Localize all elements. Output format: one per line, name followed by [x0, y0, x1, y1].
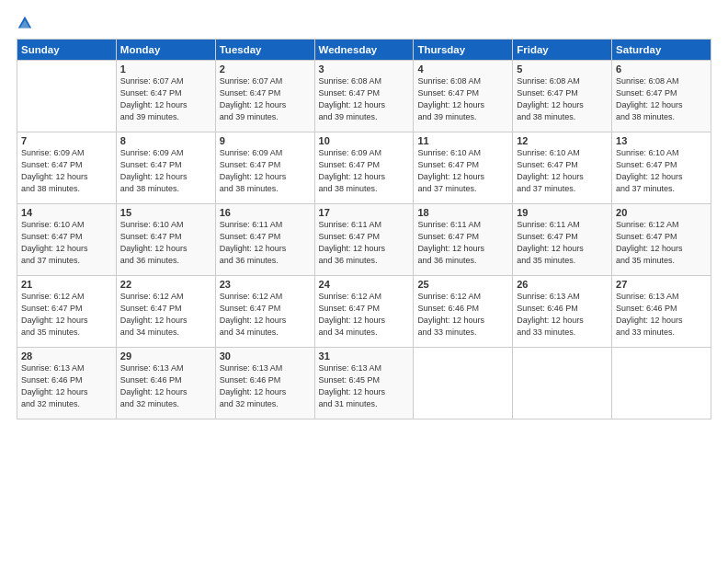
day-info: Sunrise: 6:12 AM Sunset: 6:47 PM Dayligh…: [616, 219, 707, 267]
day-number: 14: [21, 207, 112, 218]
day-number: 24: [319, 279, 410, 290]
day-header-thursday: Thursday: [414, 40, 513, 61]
day-number: 26: [517, 279, 608, 290]
day-number: 4: [417, 63, 508, 75]
day-info: Sunrise: 6:08 AM Sunset: 6:47 PM Dayligh…: [616, 75, 707, 123]
day-info: Sunrise: 6:12 AM Sunset: 6:47 PM Dayligh…: [220, 291, 311, 339]
day-info: Sunrise: 6:13 AM Sunset: 6:46 PM Dayligh…: [616, 291, 707, 339]
day-number: 1: [120, 63, 211, 75]
day-info: Sunrise: 6:11 AM Sunset: 6:47 PM Dayligh…: [319, 219, 410, 267]
day-number: 13: [616, 135, 707, 146]
calendar-cell: 4Sunrise: 6:08 AM Sunset: 6:47 PM Daylig…: [414, 61, 513, 132]
calendar-cell: 12Sunrise: 6:10 AM Sunset: 6:47 PM Dayli…: [513, 132, 612, 204]
calendar-week-2: 7Sunrise: 6:09 AM Sunset: 6:47 PM Daylig…: [17, 132, 711, 204]
day-info: Sunrise: 6:13 AM Sunset: 6:46 PM Dayligh…: [220, 362, 311, 410]
calendar-cell: 19Sunrise: 6:11 AM Sunset: 6:47 PM Dayli…: [513, 204, 612, 276]
day-number: 31: [319, 350, 410, 362]
calendar-cell: 28Sunrise: 6:13 AM Sunset: 6:46 PM Dayli…: [17, 348, 117, 419]
day-info: Sunrise: 6:12 AM Sunset: 6:46 PM Dayligh…: [417, 291, 508, 339]
calendar-cell: 26Sunrise: 6:13 AM Sunset: 6:46 PM Dayli…: [513, 276, 612, 348]
calendar-cell: 14Sunrise: 6:10 AM Sunset: 6:47 PM Dayli…: [17, 204, 117, 276]
calendar-header-row: SundayMondayTuesdayWednesdayThursdayFrid…: [17, 40, 711, 61]
calendar-cell: 5Sunrise: 6:08 AM Sunset: 6:47 PM Daylig…: [513, 61, 612, 132]
day-number: 29: [120, 350, 211, 362]
day-info: Sunrise: 6:09 AM Sunset: 6:47 PM Dayligh…: [319, 147, 410, 195]
calendar-cell: 29Sunrise: 6:13 AM Sunset: 6:46 PM Dayli…: [116, 348, 215, 419]
day-info: Sunrise: 6:12 AM Sunset: 6:47 PM Dayligh…: [120, 291, 211, 339]
logo-icon: [17, 15, 33, 31]
calendar-cell: 31Sunrise: 6:13 AM Sunset: 6:45 PM Dayli…: [314, 348, 414, 419]
day-header-tuesday: Tuesday: [215, 40, 314, 61]
calendar-cell: [513, 348, 612, 419]
day-info: Sunrise: 6:07 AM Sunset: 6:47 PM Dayligh…: [220, 75, 311, 123]
calendar-cell: 10Sunrise: 6:09 AM Sunset: 6:47 PM Dayli…: [314, 132, 414, 204]
day-info: Sunrise: 6:10 AM Sunset: 6:47 PM Dayligh…: [517, 147, 608, 195]
day-number: 7: [21, 135, 112, 146]
day-number: 2: [220, 63, 311, 75]
calendar-week-1: 1Sunrise: 6:07 AM Sunset: 6:47 PM Daylig…: [17, 61, 711, 132]
day-number: 20: [616, 207, 707, 218]
day-info: Sunrise: 6:09 AM Sunset: 6:47 PM Dayligh…: [120, 147, 211, 195]
day-number: 30: [220, 350, 311, 362]
day-header-sunday: Sunday: [17, 40, 117, 61]
day-info: Sunrise: 6:08 AM Sunset: 6:47 PM Dayligh…: [517, 75, 608, 123]
calendar-cell: 17Sunrise: 6:11 AM Sunset: 6:47 PM Dayli…: [314, 204, 414, 276]
calendar-cell: [612, 348, 711, 419]
calendar-cell: 27Sunrise: 6:13 AM Sunset: 6:46 PM Dayli…: [612, 276, 711, 348]
day-info: Sunrise: 6:11 AM Sunset: 6:47 PM Dayligh…: [220, 219, 311, 267]
day-info: Sunrise: 6:09 AM Sunset: 6:47 PM Dayligh…: [21, 147, 112, 195]
day-info: Sunrise: 6:13 AM Sunset: 6:46 PM Dayligh…: [517, 291, 608, 339]
day-info: Sunrise: 6:13 AM Sunset: 6:46 PM Dayligh…: [21, 362, 112, 410]
day-header-wednesday: Wednesday: [314, 40, 414, 61]
calendar-cell: 20Sunrise: 6:12 AM Sunset: 6:47 PM Dayli…: [612, 204, 711, 276]
calendar-cell: 21Sunrise: 6:12 AM Sunset: 6:47 PM Dayli…: [17, 276, 117, 348]
calendar-cell: 7Sunrise: 6:09 AM Sunset: 6:47 PM Daylig…: [17, 132, 117, 204]
calendar-cell: 25Sunrise: 6:12 AM Sunset: 6:46 PM Dayli…: [414, 276, 513, 348]
day-info: Sunrise: 6:13 AM Sunset: 6:46 PM Dayligh…: [120, 362, 211, 410]
day-header-saturday: Saturday: [612, 40, 711, 61]
day-number: 15: [120, 207, 211, 218]
calendar-cell: 18Sunrise: 6:11 AM Sunset: 6:47 PM Dayli…: [414, 204, 513, 276]
day-info: Sunrise: 6:10 AM Sunset: 6:47 PM Dayligh…: [417, 147, 508, 195]
day-info: Sunrise: 6:11 AM Sunset: 6:47 PM Dayligh…: [417, 219, 508, 267]
day-number: 19: [517, 207, 608, 218]
day-number: 8: [120, 135, 211, 146]
calendar-week-3: 14Sunrise: 6:10 AM Sunset: 6:47 PM Dayli…: [17, 204, 711, 276]
logo: [17, 17, 35, 31]
calendar-cell: 11Sunrise: 6:10 AM Sunset: 6:47 PM Dayli…: [414, 132, 513, 204]
calendar-cell: [414, 348, 513, 419]
day-number: 25: [417, 279, 508, 290]
calendar-cell: 8Sunrise: 6:09 AM Sunset: 6:47 PM Daylig…: [116, 132, 215, 204]
day-info: Sunrise: 6:10 AM Sunset: 6:47 PM Dayligh…: [616, 147, 707, 195]
calendar-cell: 13Sunrise: 6:10 AM Sunset: 6:47 PM Dayli…: [612, 132, 711, 204]
day-info: Sunrise: 6:11 AM Sunset: 6:47 PM Dayligh…: [517, 219, 608, 267]
calendar-cell: 9Sunrise: 6:09 AM Sunset: 6:47 PM Daylig…: [215, 132, 314, 204]
calendar-cell: 6Sunrise: 6:08 AM Sunset: 6:47 PM Daylig…: [612, 61, 711, 132]
calendar-week-5: 28Sunrise: 6:13 AM Sunset: 6:46 PM Dayli…: [17, 348, 711, 419]
day-number: 16: [220, 207, 311, 218]
day-number: 6: [616, 63, 707, 75]
page-header: [17, 17, 711, 31]
day-number: 22: [120, 279, 211, 290]
day-info: Sunrise: 6:09 AM Sunset: 6:47 PM Dayligh…: [220, 147, 311, 195]
calendar-cell: 16Sunrise: 6:11 AM Sunset: 6:47 PM Dayli…: [215, 204, 314, 276]
day-info: Sunrise: 6:10 AM Sunset: 6:47 PM Dayligh…: [120, 219, 211, 267]
day-info: Sunrise: 6:08 AM Sunset: 6:47 PM Dayligh…: [417, 75, 508, 123]
day-number: 23: [220, 279, 311, 290]
day-number: 9: [220, 135, 311, 146]
calendar-week-4: 21Sunrise: 6:12 AM Sunset: 6:47 PM Dayli…: [17, 276, 711, 348]
calendar-cell: 23Sunrise: 6:12 AM Sunset: 6:47 PM Dayli…: [215, 276, 314, 348]
day-number: 17: [319, 207, 410, 218]
calendar-cell: 22Sunrise: 6:12 AM Sunset: 6:47 PM Dayli…: [116, 276, 215, 348]
day-number: 28: [21, 350, 112, 362]
calendar-cell: 2Sunrise: 6:07 AM Sunset: 6:47 PM Daylig…: [215, 61, 314, 132]
day-number: 3: [319, 63, 410, 75]
calendar-body: 1Sunrise: 6:07 AM Sunset: 6:47 PM Daylig…: [17, 61, 711, 419]
day-info: Sunrise: 6:08 AM Sunset: 6:47 PM Dayligh…: [319, 75, 410, 123]
calendar-cell: 15Sunrise: 6:10 AM Sunset: 6:47 PM Dayli…: [116, 204, 215, 276]
calendar-cell: 24Sunrise: 6:12 AM Sunset: 6:47 PM Dayli…: [314, 276, 414, 348]
calendar-cell: 30Sunrise: 6:13 AM Sunset: 6:46 PM Dayli…: [215, 348, 314, 419]
day-number: 18: [417, 207, 508, 218]
day-info: Sunrise: 6:07 AM Sunset: 6:47 PM Dayligh…: [120, 75, 211, 123]
day-number: 10: [319, 135, 410, 146]
